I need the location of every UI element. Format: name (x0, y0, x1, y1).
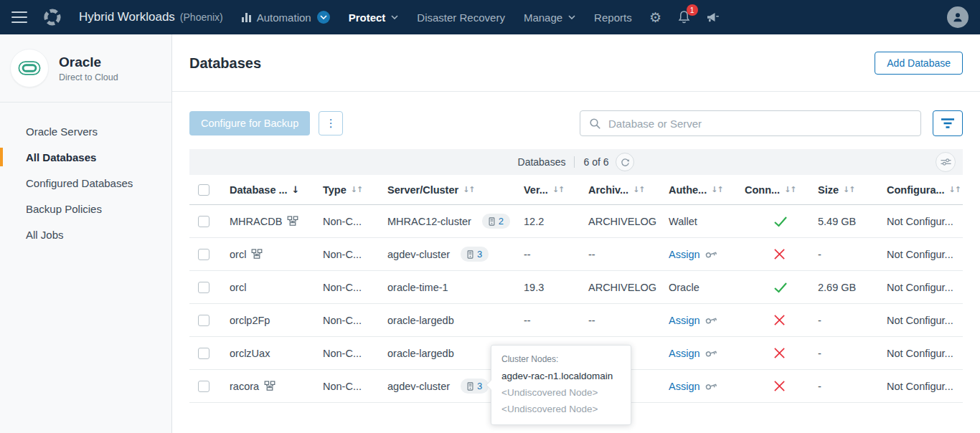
archivelog-cell: -- (577, 315, 657, 326)
size-value: - (818, 315, 821, 326)
row-checkbox[interactable] (198, 348, 209, 359)
cluster-icon (264, 381, 275, 391)
archivelog-value: -- (588, 249, 595, 260)
column-label: Conn... (745, 184, 780, 196)
sidebar: Oracle Direct to Cloud Oracle ServersAll… (0, 34, 172, 433)
configuration-cell: Not Configur... (875, 315, 963, 326)
assign-credentials-link[interactable]: Assign (669, 315, 700, 326)
page-title: Databases (189, 55, 261, 72)
row-select-cell (189, 381, 218, 392)
table-row[interactable]: orclp2FpNon-C...oracle-largedb----Assign… (189, 304, 963, 337)
archivelog-value: ARCHIVELOG (588, 216, 656, 227)
druva-logo-icon[interactable] (43, 8, 62, 27)
database-cell[interactable]: racora (218, 381, 311, 392)
hamburger-menu-icon[interactable] (11, 11, 27, 23)
nav-reports[interactable]: Reports (594, 11, 632, 24)
archivelog-cell: ARCHIVELOG (577, 282, 657, 293)
connected-check-icon (773, 282, 788, 293)
database-cell[interactable]: orclp2Fp (218, 315, 311, 326)
vertical-ellipsis-icon: ⋮ (326, 117, 336, 130)
column-header-archiv[interactable]: Archiv...↓↑ (577, 184, 657, 196)
version-value: 12.2 (524, 216, 544, 227)
sort-both-icon: ↓↑ (711, 185, 722, 194)
authentication-cell[interactable]: Assign (657, 315, 733, 326)
node-count-badge[interactable]: 3 (461, 379, 489, 394)
configuration-cell: Not Configur... (875, 216, 963, 227)
user-avatar[interactable] (947, 6, 969, 28)
node-count-badge[interactable]: 2 (482, 214, 510, 229)
sort-both-icon: ↓↑ (351, 185, 362, 194)
row-checkbox[interactable] (198, 282, 209, 293)
size-cell: - (806, 249, 875, 260)
select-all-checkbox[interactable] (198, 184, 209, 196)
column-header-ver[interactable]: Ver...↓↑ (512, 184, 577, 196)
table-row-count: 6 of 6 (583, 156, 608, 168)
refresh-button[interactable] (616, 153, 634, 171)
version-cell: 12.2 (512, 216, 577, 227)
node-count-badge[interactable]: 3 (461, 247, 489, 262)
authentication-cell[interactable]: Assign (657, 348, 733, 359)
table-row[interactable]: orclNon-C...agdev-cluster3----Assign-Not… (189, 238, 963, 271)
authentication-cell[interactable]: Assign (657, 249, 733, 260)
column-header-database[interactable]: Database ...↓ (218, 184, 311, 196)
column-header-configura[interactable]: Configura...↓↑ (875, 184, 963, 196)
database-name: orclp2Fp (230, 315, 270, 326)
database-cell[interactable]: orcl (218, 282, 311, 293)
configure-for-backup-button[interactable]: Configure for Backup (189, 111, 310, 135)
column-header-type[interactable]: Type↓↑ (311, 184, 376, 196)
table-row[interactable]: orclNon-C...oracle-time-119.3ARCHIVELOGO… (189, 271, 963, 304)
column-header-authe[interactable]: Authe...↓↑ (657, 184, 733, 196)
sidebar-item-label: Backup Policies (26, 203, 102, 215)
column-header-size[interactable]: Size↓↑ (806, 184, 875, 196)
row-checkbox[interactable] (198, 315, 209, 326)
column-settings-button[interactable] (936, 152, 956, 172)
sort-both-icon: ↓↑ (463, 185, 474, 194)
filter-button[interactable] (933, 110, 963, 136)
configuration-status: Not Configur... (887, 315, 953, 326)
nav-disaster-recovery[interactable]: Disaster Recovery (417, 11, 505, 24)
nav-automation[interactable]: Automation (242, 11, 330, 24)
assign-credentials-link[interactable]: Assign (669, 249, 700, 260)
settings-gear-icon[interactable]: ⚙ (648, 9, 664, 25)
sidebar-item-oracle-servers[interactable]: Oracle Servers (0, 118, 171, 144)
database-cell[interactable]: MHRACDB (218, 216, 311, 227)
server-name: oracle-largedb (387, 348, 454, 359)
sidebar-item-configured-databases[interactable]: Configured Databases (0, 170, 171, 196)
database-cell[interactable]: orcl (218, 249, 311, 260)
type-cell: Non-C... (311, 381, 376, 392)
add-database-button[interactable]: Add Database (875, 52, 963, 75)
more-actions-button[interactable]: ⋮ (319, 111, 343, 135)
sidebar-item-backup-policies[interactable]: Backup Policies (0, 196, 171, 222)
announcements-megaphone-icon[interactable] (705, 9, 721, 25)
row-checkbox[interactable] (198, 249, 209, 260)
server-cluster-cell: agdev-cluster3 (376, 247, 512, 262)
assign-credentials-link[interactable]: Assign (669, 348, 700, 359)
server-cluster-cell: MHRAC12-cluster2 (376, 214, 512, 229)
authentication-cell: Oracle (657, 282, 733, 293)
database-name: orclzUax (230, 348, 270, 359)
table-row[interactable]: MHRACDBNon-C...MHRAC12-cluster212.2ARCHI… (189, 205, 963, 238)
database-cell[interactable]: orclzUax (218, 348, 311, 359)
search-box[interactable] (580, 110, 921, 136)
nav-manage[interactable]: Manage (524, 11, 575, 24)
column-header-servercluster[interactable]: Server/Cluster↓↑ (376, 184, 512, 196)
key-icon (704, 315, 718, 326)
assign-credentials-link[interactable]: Assign (669, 381, 700, 392)
automation-chevron-badge-icon[interactable] (317, 11, 330, 24)
chevron-down-icon (391, 15, 398, 19)
search-input[interactable] (608, 118, 912, 130)
authentication-cell[interactable]: Assign (657, 381, 733, 392)
cluster-nodes-tooltip: Cluster Nodes: agdev-rac-n1.localdomain … (491, 345, 631, 425)
archivelog-cell: -- (577, 249, 657, 260)
sidebar-item-all-jobs[interactable]: All Jobs (0, 222, 171, 247)
nav-protect[interactable]: Protect (349, 11, 399, 24)
column-header-conn[interactable]: Conn...↓↑ (733, 184, 806, 196)
sidebar-item-all-databases[interactable]: All Databases (0, 144, 171, 170)
sort-both-icon: ↓↑ (552, 185, 564, 194)
server-name: MHRAC12-cluster (387, 216, 471, 227)
disconnected-cross-icon (773, 380, 786, 392)
notifications-bell-icon[interactable]: 1 (677, 9, 692, 25)
cluster-icon (287, 216, 298, 227)
row-checkbox[interactable] (198, 381, 209, 392)
row-checkbox[interactable] (198, 216, 209, 227)
